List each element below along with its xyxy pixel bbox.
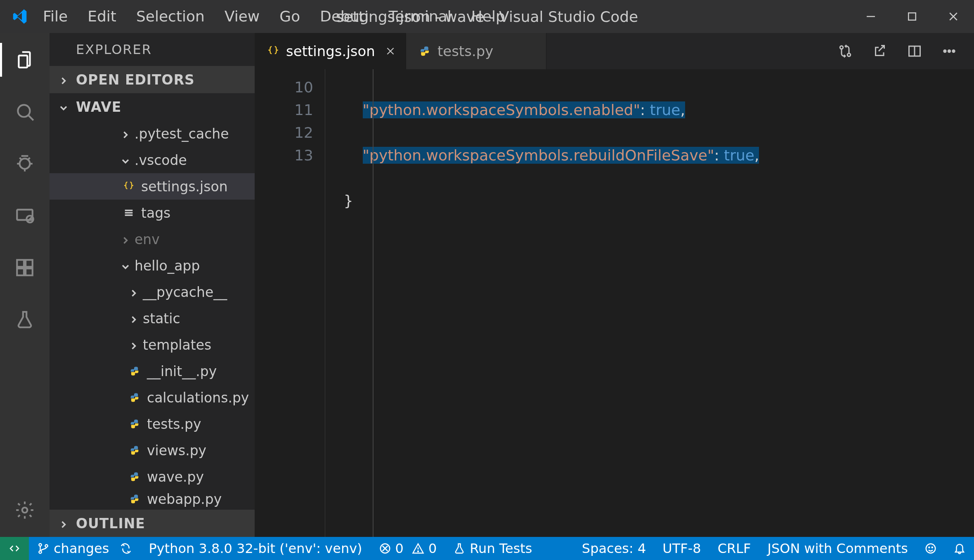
activity-test[interactable] <box>8 301 41 338</box>
menu-file[interactable]: File <box>34 7 77 26</box>
file-webapp-py[interactable]: webapp.py <box>50 490 255 508</box>
maximize-button[interactable] <box>891 0 933 33</box>
json-file-icon <box>267 45 279 57</box>
activity-explorer[interactable] <box>8 41 41 78</box>
folder-hello-app[interactable]: hello_app <box>50 252 255 279</box>
explorer-title: EXPLORER <box>50 33 255 66</box>
folder-vscode[interactable]: .vscode <box>50 147 255 173</box>
python-file-icon <box>128 444 141 457</box>
activity-bar <box>0 33 50 537</box>
file-label: webapp.py <box>147 491 222 507</box>
chevron-right-icon <box>128 339 139 351</box>
menu-go[interactable]: Go <box>270 7 309 26</box>
code-content[interactable]: "python.workspaceSymbols.enabled": true,… <box>325 69 759 537</box>
svg-point-33 <box>39 544 41 546</box>
python-file-icon <box>128 492 141 506</box>
indentation[interactable]: Spaces: 4 <box>574 537 655 560</box>
editor-body[interactable]: 10 11 12 13 "python.workspaceSymbols.ena… <box>255 69 974 537</box>
activity-settings[interactable] <box>8 492 41 529</box>
svg-point-42 <box>929 547 929 548</box>
file-init-py[interactable]: __init__.py <box>50 358 255 384</box>
file-settings-json[interactable]: settings.json <box>50 173 255 200</box>
code-line[interactable]: } <box>325 189 759 212</box>
json-file-icon <box>122 180 135 193</box>
split-editor-icon[interactable] <box>906 43 923 59</box>
python-file-icon <box>128 470 141 483</box>
code-line[interactable]: "python.workspaceSymbols.rebuildOnFileSa… <box>325 144 759 167</box>
menu-view[interactable]: View <box>215 7 269 26</box>
chevron-right-icon <box>120 233 131 245</box>
open-editors-label: OPEN EDITORS <box>76 72 195 88</box>
git-sync[interactable] <box>117 537 140 560</box>
activity-remote[interactable] <box>8 197 41 234</box>
open-changes-icon[interactable] <box>872 43 888 59</box>
svg-point-32 <box>953 50 955 52</box>
workspace-label: WAVE <box>76 99 121 115</box>
line-number: 13 <box>255 144 313 167</box>
title-bar: File Edit Selection View Go Debug Termin… <box>0 0 974 33</box>
tab-label: tests.py <box>437 43 494 59</box>
folder-label: templates <box>143 337 211 353</box>
close-icon[interactable] <box>385 46 396 56</box>
git-branch[interactable]: changes <box>29 537 117 560</box>
chevron-right-icon <box>128 313 139 324</box>
language-mode[interactable]: JSON with Comments <box>759 537 916 560</box>
sidebar: EXPLORER OPEN EDITORS WAVE .pytest_cache… <box>50 33 255 537</box>
file-label: wave.py <box>147 469 204 485</box>
folder-pycache[interactable]: __pycache__ <box>50 279 255 305</box>
folder-pytest-cache[interactable]: .pytest_cache <box>50 120 255 147</box>
folder-label: env <box>135 231 160 247</box>
activity-debug[interactable] <box>8 145 41 182</box>
file-label: tags <box>141 205 170 221</box>
status-right: Spaces: 4 UTF-8 CRLF JSON with Comments <box>574 537 974 560</box>
svg-rect-17 <box>17 268 24 275</box>
compare-changes-icon[interactable] <box>837 43 853 59</box>
file-calculations-py[interactable]: calculations.py <box>50 384 255 411</box>
remote-indicator[interactable] <box>0 537 29 560</box>
folder-label: hello_app <box>135 258 200 274</box>
svg-point-30 <box>944 50 946 52</box>
minimize-button[interactable] <box>850 0 891 33</box>
encoding[interactable]: UTF-8 <box>654 537 709 560</box>
file-tests-py[interactable]: tests.py <box>50 411 255 437</box>
vscode-logo-icon <box>12 8 28 25</box>
workspace-section[interactable]: WAVE <box>50 93 255 120</box>
python-interpreter[interactable]: Python 3.8.0 32-bit ('env': venv) <box>140 537 370 560</box>
activity-extensions[interactable] <box>8 249 41 286</box>
activity-search[interactable] <box>8 93 41 130</box>
svg-rect-18 <box>26 268 33 275</box>
more-actions-icon[interactable] <box>941 43 957 59</box>
tab-settings-json[interactable]: settings.json <box>255 33 406 69</box>
svg-point-4 <box>18 105 30 117</box>
open-editors-section[interactable]: OPEN EDITORS <box>50 66 255 93</box>
file-wave-py[interactable]: wave.py <box>50 464 255 490</box>
file-tags[interactable]: tags <box>50 200 255 226</box>
tab-tests-py[interactable]: tests.py <box>406 33 546 69</box>
chevron-right-icon <box>128 286 139 298</box>
code-line[interactable]: "python.workspaceSymbols.enabled": true, <box>325 99 759 121</box>
editor-area: settings.json tests.py 10 11 12 13 "pyth… <box>255 33 974 537</box>
gutter: 10 11 12 13 <box>255 69 325 537</box>
editor-actions <box>837 33 974 69</box>
chevron-right-icon <box>120 128 131 139</box>
file-views-py[interactable]: views.py <box>50 437 255 464</box>
indent-guide <box>373 69 374 537</box>
menu-selection[interactable]: Selection <box>127 7 214 26</box>
folder-label: .pytest_cache <box>135 126 229 142</box>
svg-point-41 <box>926 544 936 553</box>
folder-templates[interactable]: templates <box>50 332 255 358</box>
eol[interactable]: CRLF <box>709 537 759 560</box>
outline-section[interactable]: OUTLINE <box>50 510 255 537</box>
run-tests[interactable]: Run Tests <box>445 537 540 560</box>
menu-edit[interactable]: Edit <box>78 7 125 26</box>
feedback-icon[interactable] <box>916 537 945 560</box>
line-number: 11 <box>255 99 313 121</box>
svg-point-34 <box>39 551 41 553</box>
problems[interactable]: 0 0 <box>371 537 445 560</box>
folder-static[interactable]: static <box>50 305 255 332</box>
line-number: 12 <box>255 121 313 144</box>
notifications-icon[interactable] <box>945 537 974 560</box>
svg-point-27 <box>847 53 851 56</box>
folder-env[interactable]: env <box>50 226 255 252</box>
close-button[interactable] <box>933 0 974 33</box>
